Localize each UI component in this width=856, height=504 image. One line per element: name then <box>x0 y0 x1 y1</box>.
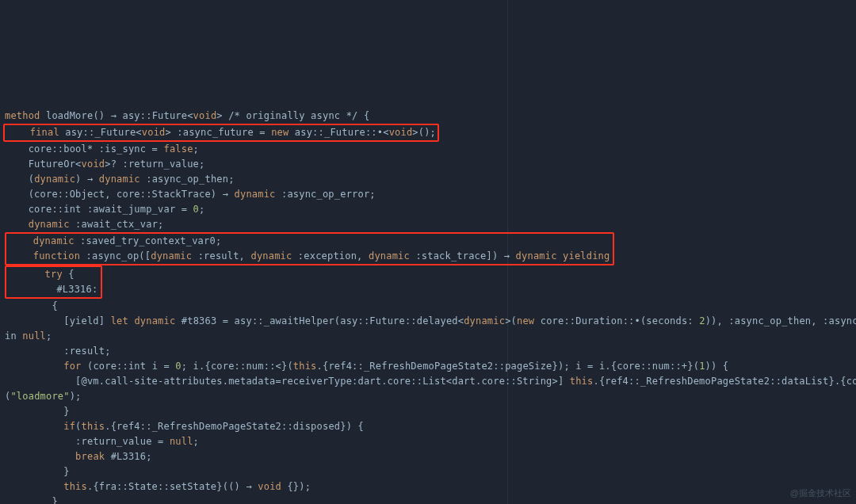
code-line: :result; <box>5 346 111 357</box>
code-line: final asy::_Future<void> :async_future =… <box>6 127 436 138</box>
highlight-box-2: dynamic :saved_try_context_var0; functio… <box>5 232 614 265</box>
code-line: function :async_op([dynamic :result, dyn… <box>10 250 610 262</box>
watermark-text: @掘金技术社区 <box>790 486 851 501</box>
code-line: #L3316: <box>10 284 97 295</box>
code-line: } <box>5 466 70 477</box>
code-line: :return_value = null; <box>5 436 199 447</box>
code-line: [@vm.call-site-attributes.metadata=recei… <box>5 376 856 387</box>
code-line: try { <box>10 269 75 280</box>
code-line: } <box>5 496 58 504</box>
code-line: [yield] let dynamic #t8363 = asy::_await… <box>5 315 856 326</box>
code-line: core::bool* :is_sync = false; <box>5 143 199 155</box>
code-line: { <box>5 300 58 311</box>
code-line: method loadMore() → asy::Future<void> /*… <box>5 110 369 121</box>
code-line: (core::Object, core::StackTrace) → dynam… <box>5 189 376 200</box>
code-line: dynamic :saved_try_context_var0; <box>10 235 221 246</box>
code-line: (dynamic) → dynamic :async_op_then; <box>5 174 235 185</box>
code-line: core::int :await_jump_var = 0; <box>5 204 204 215</box>
code-editor[interactable]: method loadMore() → asy::Future<void> /*… <box>0 90 856 504</box>
code-line: if(this.{ref4::_RefreshDemoPageState2::d… <box>5 421 364 432</box>
code-line: in null; <box>5 330 52 342</box>
code-line: } <box>5 406 70 417</box>
highlight-box-1: final asy::_Future<void> :async_future =… <box>3 124 439 142</box>
code-line: break #L3316; <box>5 451 152 462</box>
code-line: ("loadmore"); <box>5 391 82 402</box>
code-line: dynamic :await_ctx_var; <box>5 219 163 230</box>
code-line: this.{fra::State::setState}(() → void {}… <box>5 481 311 492</box>
highlight-box-3: try { #L3316: <box>5 265 102 299</box>
code-line: FutureOr<void>? :return_value; <box>5 158 204 170</box>
code-line: for (core::int i = 0; i.{core::num::<}(t… <box>5 361 728 372</box>
